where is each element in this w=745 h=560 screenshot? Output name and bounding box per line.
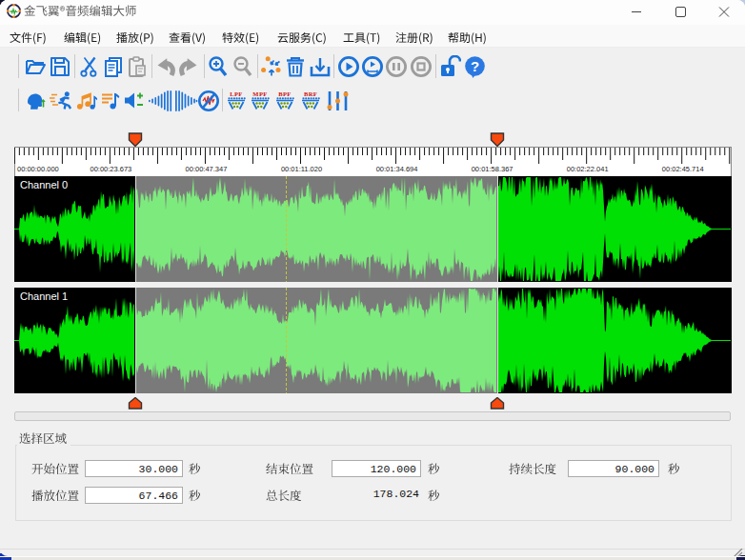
svg-text:LPF: LPF (230, 90, 242, 97)
svg-text:BPF: BPF (278, 90, 291, 97)
svg-text:BRF: BRF (304, 90, 317, 97)
svg-text:MPF: MPF (252, 90, 267, 97)
svg-text:?: ? (471, 58, 479, 74)
